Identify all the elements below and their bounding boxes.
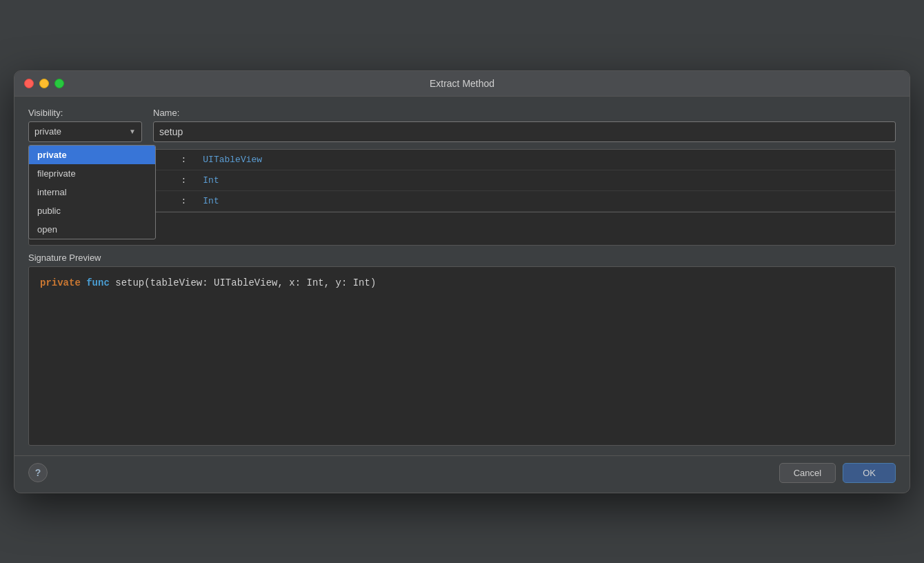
visibility-label: Visibility: bbox=[28, 108, 142, 118]
name-input[interactable] bbox=[153, 121, 896, 142]
close-button[interactable] bbox=[24, 79, 34, 88]
signature-preview-box: private func setup(tableView: UITableVie… bbox=[28, 266, 896, 446]
help-button[interactable]: ? bbox=[28, 463, 48, 482]
dialog-title: Extract Method bbox=[430, 78, 494, 89]
move-row: ▲ ▼ bbox=[29, 212, 895, 235]
name-label: Name: bbox=[153, 108, 896, 118]
minimize-button[interactable] bbox=[39, 79, 49, 88]
signature-preview-label: Signature Preview bbox=[28, 253, 896, 263]
chevron-down-icon: ▼ bbox=[129, 128, 136, 135]
title-bar: Extract Method bbox=[14, 71, 910, 97]
extract-method-dialog: Extract Method Visibility: private ▼ pri… bbox=[14, 70, 910, 493]
visibility-menu: private fileprivate internal public open bbox=[28, 145, 156, 239]
maximize-button[interactable] bbox=[54, 79, 64, 88]
colon-1: : bbox=[173, 150, 190, 170]
param-type-1: UITableView bbox=[189, 150, 895, 170]
params-section: : UITableView : Int : Int ▲ bbox=[28, 149, 896, 246]
name-section: Name: bbox=[153, 108, 896, 142]
cancel-button[interactable]: Cancel bbox=[779, 463, 836, 483]
table-row: : UITableView bbox=[29, 150, 895, 170]
action-buttons: Cancel OK bbox=[779, 463, 896, 483]
visibility-option-private[interactable]: private bbox=[29, 146, 155, 164]
visibility-section: Visibility: private ▼ private fileprivat… bbox=[28, 108, 142, 142]
visibility-option-open[interactable]: open bbox=[29, 220, 155, 239]
bottom-row: ? Cancel OK bbox=[14, 455, 910, 493]
ok-button[interactable]: OK bbox=[843, 463, 896, 483]
dialog-body: Visibility: private ▼ private fileprivat… bbox=[14, 97, 910, 455]
visibility-dropdown[interactable]: private ▼ bbox=[28, 121, 142, 142]
colon-2: : bbox=[173, 170, 190, 190]
colon-3: : bbox=[173, 190, 190, 211]
traffic-lights bbox=[24, 79, 64, 88]
visibility-selected: private bbox=[34, 126, 61, 137]
params-table: : UITableView : Int : Int bbox=[29, 150, 895, 212]
visibility-option-internal[interactable]: internal bbox=[29, 183, 155, 201]
signature-section: Signature Preview private func setup(tab… bbox=[28, 253, 896, 446]
table-row: : Int bbox=[29, 190, 895, 211]
top-row: Visibility: private ▼ private fileprivat… bbox=[28, 108, 896, 142]
param-type-3: Int bbox=[189, 190, 895, 211]
visibility-option-public[interactable]: public bbox=[29, 201, 155, 220]
table-row: : Int bbox=[29, 170, 895, 190]
param-type-2: Int bbox=[189, 170, 895, 190]
visibility-option-fileprivate[interactable]: fileprivate bbox=[29, 164, 155, 183]
